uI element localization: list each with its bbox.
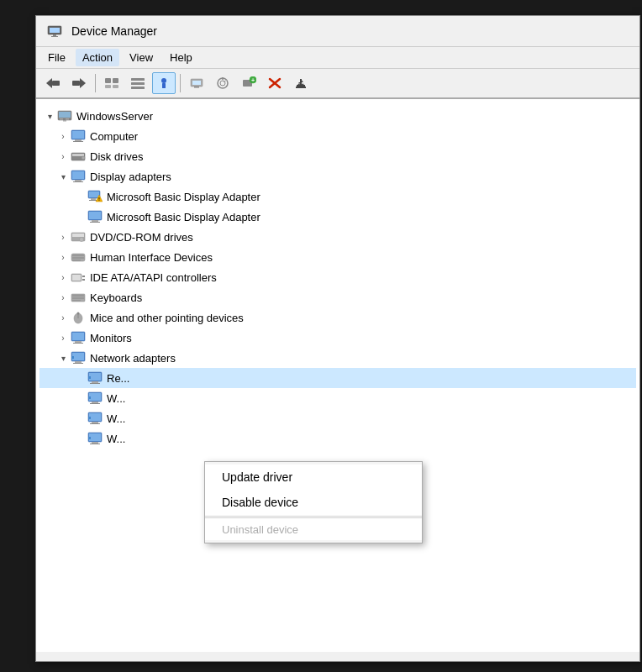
adapter2-label: Microsoft Basic Display Adapter [107, 211, 260, 223]
svg-rect-16 [162, 83, 166, 88]
net-adapter-2-icon [87, 391, 103, 406]
svg-rect-38 [63, 120, 66, 122]
svg-point-62 [80, 238, 84, 242]
menu-file[interactable]: File [41, 49, 72, 66]
display-icon [70, 169, 87, 184]
list-view-button[interactable] [126, 72, 150, 94]
warning-display-icon: ! [87, 189, 103, 204]
svg-rect-89 [92, 381, 98, 383]
properties-button[interactable] [152, 72, 176, 94]
svg-rect-18 [192, 81, 201, 85]
add-hardware-button[interactable]: + [237, 72, 260, 94]
scan-button[interactable] [211, 72, 234, 94]
tree-item-mice[interactable]: Mice and other pointing devices [39, 307, 636, 328]
tree-item-monitors[interactable]: Monitors [39, 328, 636, 348]
svg-rect-36 [60, 118, 63, 120]
root-arrow [43, 109, 56, 123]
context-uninstall[interactable]: Uninstall device [205, 519, 422, 540]
svg-rect-12 [131, 78, 145, 81]
disk-arrow [56, 150, 70, 163]
context-update-driver[interactable]: Update driver [205, 465, 422, 490]
svg-rect-65 [72, 257, 84, 259]
svg-rect-49 [73, 181, 83, 182]
tree-item-net-adapter-3[interactable]: W... [39, 408, 636, 428]
tree-item-keyboards[interactable]: Keyboards [39, 287, 636, 307]
server-icon [56, 108, 73, 123]
remove-button[interactable] [263, 72, 287, 94]
disk-icon [70, 149, 87, 164]
net-adapter-1-label: Re... [107, 372, 129, 385]
svg-rect-41 [75, 139, 82, 141]
monitors-arrow [56, 331, 70, 344]
svg-rect-99 [92, 422, 98, 423]
tree-item-dvd[interactable]: DVD/CD-ROM drives [39, 227, 636, 247]
svg-text:+: + [251, 77, 255, 83]
update-driver-button[interactable] [185, 72, 208, 94]
adapter1-label: Microsoft Basic Display Adapter [107, 191, 260, 203]
svg-text:!: ! [98, 197, 100, 202]
download-button[interactable] [289, 72, 313, 94]
svg-rect-96 [88, 396, 91, 399]
svg-rect-58 [92, 220, 98, 222]
net-adapter-3-label: W... [107, 412, 125, 425]
svg-rect-11 [113, 85, 118, 88]
show-hidden-button[interactable] [100, 72, 124, 94]
menu-view[interactable]: View [123, 49, 160, 66]
svg-rect-37 [66, 118, 69, 120]
monitor-icon [70, 330, 87, 345]
svg-rect-61 [72, 234, 84, 237]
svg-rect-93 [89, 393, 101, 401]
ide-label: IDE ATA/ATAPI controllers [90, 271, 217, 284]
menu-action[interactable]: Action [76, 49, 119, 66]
tree-item-ide[interactable]: IDE ATA/ATAPI controllers [39, 267, 636, 287]
svg-rect-79 [72, 333, 84, 340]
mice-arrow [56, 311, 70, 324]
tree-item-hid[interactable]: Human Interface Devices [39, 247, 636, 267]
tree-item-net-adapter-4[interactable]: W... [39, 428, 636, 449]
svg-rect-3 [51, 36, 58, 37]
computer-label: Computer [90, 130, 138, 143]
network-arrow [56, 351, 70, 365]
tree-item-display[interactable]: Display adapters [39, 166, 636, 186]
net1-arrow [73, 371, 87, 385]
tree-item-net-adapter-1[interactable]: Re... [39, 368, 636, 388]
net4-arrow [73, 432, 87, 445]
svg-marker-4 [46, 78, 52, 88]
hid-label: Human Interface Devices [90, 251, 213, 264]
menu-help[interactable]: Help [163, 49, 199, 66]
back-button[interactable] [41, 72, 65, 94]
svg-rect-59 [90, 222, 100, 223]
net-adapter-4-icon [87, 431, 103, 446]
device-tree: WindowsServer Computer [36, 99, 639, 652]
network-label: Network adapters [90, 352, 176, 365]
svg-rect-1 [50, 28, 60, 33]
svg-rect-91 [88, 376, 91, 379]
svg-rect-48 [75, 180, 82, 181]
svg-rect-42 [73, 141, 83, 142]
tree-root[interactable]: WindowsServer [39, 106, 636, 126]
tree-item-net-adapter-2[interactable]: W... [39, 388, 636, 408]
root-label: WindowsServer [76, 110, 153, 123]
context-disable-device[interactable]: Disable device [205, 490, 422, 515]
dvd-arrow [56, 230, 70, 244]
tree-item-disk[interactable]: Disk drives [39, 146, 636, 166]
tree-item-display-adapter-1[interactable]: ! Microsoft Basic Display Adapter [39, 186, 636, 207]
svg-rect-86 [71, 356, 74, 359]
svg-rect-2 [53, 34, 56, 36]
tree-item-display-adapter-2[interactable]: Microsoft Basic Display Adapter [39, 207, 636, 227]
svg-rect-64 [72, 255, 84, 256]
computer-arrow [56, 129, 70, 143]
net-adapter-1-icon [87, 370, 103, 386]
svg-rect-33 [296, 87, 306, 88]
hid-icon [70, 249, 87, 265]
tree-item-network[interactable]: Network adapters [39, 348, 636, 368]
svg-rect-80 [75, 341, 82, 343]
keyboards-arrow [56, 291, 70, 304]
keyboards-label: Keyboards [90, 291, 142, 304]
window-title: Device Manager [71, 24, 157, 38]
tree-item-computer[interactable]: Computer [39, 126, 636, 146]
svg-rect-44 [72, 154, 84, 156]
net2-arrow [73, 391, 87, 405]
hid-arrow [56, 250, 70, 264]
forward-button[interactable] [67, 72, 91, 94]
